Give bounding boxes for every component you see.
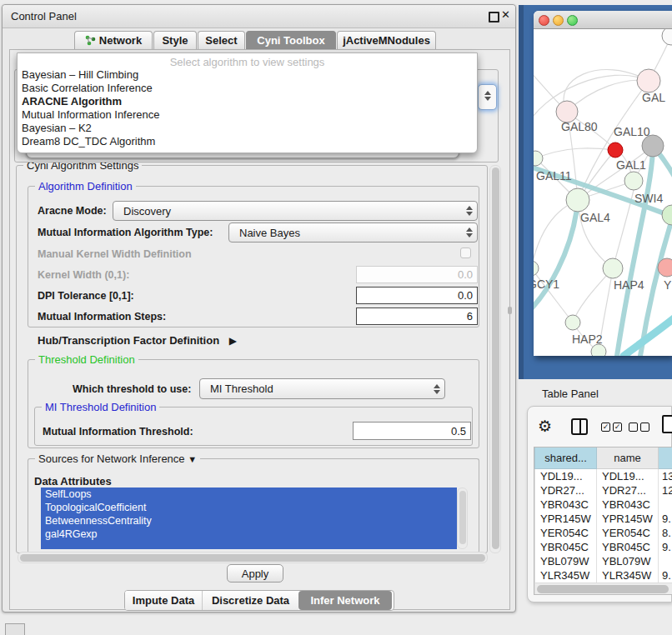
which-threshold-value: MI Threshold [200, 382, 429, 395]
kernel-width-field[interactable]: 0.0 [356, 266, 478, 283]
aracne-mode-label: Aracne Mode: [38, 205, 107, 217]
panel-divider-grip[interactable] [508, 307, 512, 314]
mi-type-label: Mutual Information Algorithm Type: [38, 227, 213, 238]
network-node[interactable] [608, 142, 623, 158]
split-columns-icon[interactable] [571, 418, 588, 435]
attribute-item[interactable]: BetweennessCentrality [41, 514, 457, 528]
sources-title[interactable]: Sources for Network Inference ▼ [35, 452, 200, 465]
combo-spinner-icon [462, 206, 477, 216]
aracne-mode-value: Discovery [113, 205, 462, 218]
tab-impute-data[interactable]: Impute Data [125, 591, 203, 610]
which-threshold-combobox[interactable]: MI Threshold [199, 378, 445, 399]
node-label: GAL4 [580, 211, 610, 224]
attributes-scrollbar[interactable] [457, 488, 468, 549]
table-row[interactable]: YLR345WYLR345W9. [535, 568, 672, 582]
tab-select[interactable]: Select [198, 31, 245, 49]
tab-network[interactable]: Network [74, 31, 153, 49]
dropdown-placeholder: Select algorithm to view settings [18, 53, 477, 68]
attribute-item[interactable]: SelfLoops [41, 488, 457, 501]
mi-type-combobox[interactable]: Naive Bayes [228, 222, 478, 242]
data-attributes-list[interactable]: SelfLoopsTopologicalCoefficientBetweenne… [41, 488, 457, 549]
kernel-width-label: Kernel Width (0,1): [38, 269, 129, 281]
table-row[interactable]: YER054CYER054C8. [535, 526, 672, 540]
mi-steps-field[interactable]: 6 [356, 308, 478, 325]
dropdown-item[interactable]: Basic Correlation Inference [18, 82, 477, 95]
tab-cyni-toolbox[interactable]: Cyni Toolbox [246, 31, 336, 49]
tab-label: Select [205, 34, 237, 47]
data-attributes-label: Data Attributes [34, 475, 112, 488]
settings-horizontal-scrollbar[interactable] [18, 552, 488, 563]
tab-discretize-data[interactable]: Discretize Data [203, 591, 298, 610]
network-node-hap2[interactable] [565, 315, 580, 330]
minimized-panel-icon[interactable] [5, 623, 25, 635]
network-window[interactable]: GALGAL80GAL10GAL1GAL11SWI4GAL4GCY1HAP4YH… [534, 11, 672, 356]
network-node-swi4[interactable] [662, 205, 672, 225]
network-node-gcy1[interactable] [534, 261, 539, 276]
network-node[interactable] [662, 29, 672, 45]
mac-zoom-icon[interactable] [567, 15, 578, 26]
tab-label: Network [99, 34, 142, 47]
hub-definition-expander[interactable]: Hub/Transcription Factor Definition ▶ [38, 334, 237, 347]
tab-jactivemnodules[interactable]: jActiveMNodules [337, 31, 436, 49]
dropdown-item[interactable]: Dream8 DC_TDC Algorithm [18, 135, 477, 148]
network-node-gal1[interactable] [624, 172, 643, 190]
network-node-y[interactable] [658, 258, 672, 277]
focused-combobox-spinner[interactable] [478, 84, 497, 110]
table-panel-title: Table Panel [542, 388, 599, 400]
manual-kernel-checkbox[interactable] [460, 248, 471, 258]
which-threshold-label: Which threshold to use: [73, 383, 191, 395]
float-window-icon[interactable] [489, 12, 499, 22]
dropdown-item[interactable]: ARACNE Algorithm [18, 95, 477, 108]
mac-close-icon[interactable] [539, 15, 549, 26]
hub-definition-label: Hub/Transcription Factor Definition [38, 334, 219, 347]
node-label: GAL1 [616, 158, 646, 172]
apply-button[interactable]: Apply [227, 564, 283, 582]
node-label: GAL [642, 91, 665, 104]
tab-label: Discretize Data [212, 594, 289, 607]
gear-icon[interactable]: ⚙ [538, 417, 552, 436]
table-row[interactable]: YBR045CYBR045C9. [535, 540, 672, 554]
combo-spinner-icon [429, 384, 444, 394]
screen: { "colors": { "selection_blue": "#3c66c4… [0, 0, 672, 635]
network-node-gal4[interactable] [566, 188, 589, 212]
dpi-tolerance-field[interactable]: 0.0 [356, 287, 478, 304]
threshold-definition-title: Threshold Definition [35, 353, 138, 366]
table-row[interactable]: YPR145WYPR145W9. [535, 512, 672, 526]
tab-label: jActiveMNodules [343, 34, 430, 47]
table-header-row: shared... name A [535, 448, 672, 469]
dropdown-item[interactable]: Bayesian – Hill Climbing [18, 68, 477, 82]
select-all-columns-icon[interactable]: ✓✓ [601, 422, 622, 432]
manual-kernel-label: Manual Kernel Width Definition [38, 248, 192, 260]
node-label: HAP4 [614, 278, 644, 292]
table-row[interactable]: YBR043CYBR043C [535, 498, 672, 512]
network-node[interactable] [591, 344, 606, 356]
dropdown-item[interactable]: Bayesian – K2 [18, 122, 477, 135]
tab-style[interactable]: Style [153, 31, 197, 49]
aracne-mode-combobox[interactable]: Discovery [113, 201, 478, 221]
export-table-icon[interactable] [662, 415, 672, 433]
bottom-tab-bar: Impute Data Discretize Data Infer Networ… [124, 590, 394, 611]
control-panel-titlebar[interactable] [3, 5, 515, 28]
column-header-shared-name[interactable]: shared... [535, 448, 597, 469]
dropdown-item[interactable]: Mutual Information Inference [18, 108, 477, 122]
network-node-gal[interactable] [637, 69, 660, 92]
table-row[interactable]: YBL079WYBL079W [535, 554, 672, 568]
close-window-icon[interactable]: ✕ [501, 8, 510, 21]
network-node-hap4[interactable] [603, 258, 623, 278]
node-label: Y [664, 278, 672, 292]
network-canvas[interactable]: GALGAL80GAL10GAL1GAL11SWI4GAL4GCY1HAP4YH… [534, 29, 672, 356]
column-header-name[interactable]: name [597, 448, 659, 469]
mi-threshold-field[interactable]: 0.5 [353, 422, 471, 440]
settings-vertical-scrollbar[interactable] [489, 165, 501, 553]
attribute-item[interactable]: TopologicalCoefficient [41, 501, 457, 514]
tab-label: Cyni Toolbox [257, 34, 324, 47]
column-header-third[interactable]: A [659, 448, 672, 469]
attribute-item[interactable]: gal4RGexp [41, 528, 457, 541]
table-horizontal-scrollbar[interactable] [535, 582, 672, 595]
table-row[interactable]: YDR27...YDR27...12 [535, 483, 672, 498]
mac-minimize-icon[interactable] [553, 15, 564, 26]
node-label: GAL10 [614, 125, 650, 138]
tab-infer-network[interactable]: Infer Network [298, 591, 392, 610]
table-row[interactable]: YDL19...YDL19...13 [535, 469, 672, 484]
deselect-all-columns-icon[interactable] [629, 422, 649, 432]
